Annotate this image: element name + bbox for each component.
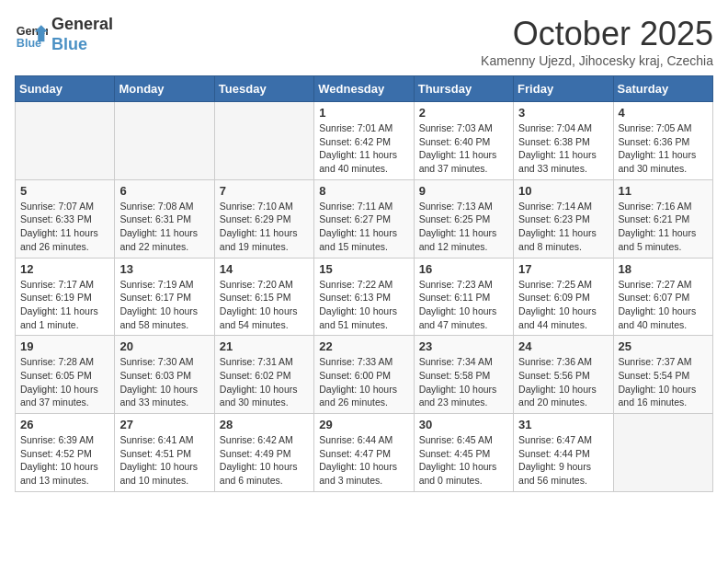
day-number: 16 — [419, 262, 508, 276]
weekday-header-row: SundayMondayTuesdayWednesdayThursdayFrid… — [16, 76, 713, 102]
calendar-cell: 28Sunrise: 6:42 AM Sunset: 4:49 PM Dayli… — [214, 414, 313, 492]
weekday-header-wednesday: Wednesday — [314, 76, 414, 102]
day-info: Sunrise: 7:25 AM Sunset: 6:09 PM Dayligh… — [518, 278, 608, 332]
calendar-cell: 15Sunrise: 7:22 AM Sunset: 6:13 PM Dayli… — [314, 258, 414, 336]
day-number: 27 — [119, 418, 209, 431]
day-info: Sunrise: 7:34 AM Sunset: 5:58 PM Dayligh… — [419, 355, 508, 409]
day-number: 5 — [20, 184, 109, 198]
day-info: Sunrise: 6:39 AM Sunset: 4:52 PM Dayligh… — [20, 433, 109, 488]
day-info: Sunrise: 7:11 AM Sunset: 6:27 PM Dayligh… — [319, 200, 408, 254]
calendar-cell: 19Sunrise: 7:28 AM Sunset: 6:05 PM Dayli… — [16, 336, 115, 414]
calendar-cell: 11Sunrise: 7:16 AM Sunset: 6:21 PM Dayli… — [613, 179, 712, 258]
calendar-cell: 31Sunrise: 6:47 AM Sunset: 4:44 PM Dayli… — [514, 414, 613, 492]
calendar-cell: 2Sunrise: 7:03 AM Sunset: 6:40 PM Daylig… — [414, 102, 513, 180]
calendar-cell — [16, 102, 115, 180]
day-number: 28 — [220, 418, 309, 431]
day-number: 29 — [319, 418, 408, 431]
day-number: 10 — [518, 184, 608, 198]
calendar-week-row: 12Sunrise: 7:17 AM Sunset: 6:19 PM Dayli… — [16, 258, 713, 336]
day-number: 17 — [518, 262, 608, 276]
day-info: Sunrise: 7:20 AM Sunset: 6:15 PM Dayligh… — [220, 278, 309, 332]
day-info: Sunrise: 7:03 AM Sunset: 6:40 PM Dayligh… — [419, 121, 508, 176]
calendar-cell: 10Sunrise: 7:14 AM Sunset: 6:23 PM Dayli… — [514, 179, 613, 258]
day-info: Sunrise: 7:04 AM Sunset: 6:38 PM Dayligh… — [518, 121, 608, 176]
calendar-cell: 23Sunrise: 7:34 AM Sunset: 5:58 PM Dayli… — [414, 336, 513, 414]
day-number: 21 — [220, 339, 309, 353]
calendar-week-row: 5Sunrise: 7:07 AM Sunset: 6:33 PM Daylig… — [16, 179, 713, 258]
calendar-cell: 7Sunrise: 7:10 AM Sunset: 6:29 PM Daylig… — [214, 179, 313, 258]
calendar-cell: 6Sunrise: 7:08 AM Sunset: 6:31 PM Daylig… — [115, 179, 214, 258]
weekday-header-tuesday: Tuesday — [214, 76, 313, 102]
calendar-cell: 25Sunrise: 7:37 AM Sunset: 5:54 PM Dayli… — [613, 336, 712, 414]
day-info: Sunrise: 7:05 AM Sunset: 6:36 PM Dayligh… — [619, 121, 708, 176]
day-number: 30 — [419, 418, 508, 431]
calendar-cell: 20Sunrise: 7:30 AM Sunset: 6:03 PM Dayli… — [115, 336, 214, 414]
calendar-cell: 30Sunrise: 6:45 AM Sunset: 4:45 PM Dayli… — [414, 414, 513, 492]
calendar-cell: 17Sunrise: 7:25 AM Sunset: 6:09 PM Dayli… — [514, 258, 613, 336]
calendar-cell: 4Sunrise: 7:05 AM Sunset: 6:36 PM Daylig… — [613, 102, 712, 180]
day-info: Sunrise: 7:28 AM Sunset: 6:05 PM Dayligh… — [20, 355, 109, 409]
day-number: 4 — [619, 106, 708, 120]
calendar-cell: 24Sunrise: 7:36 AM Sunset: 5:56 PM Dayli… — [514, 336, 613, 414]
calendar-cell: 5Sunrise: 7:07 AM Sunset: 6:33 PM Daylig… — [16, 179, 115, 258]
day-number: 15 — [319, 262, 408, 276]
day-number: 2 — [419, 106, 508, 120]
day-number: 24 — [518, 339, 608, 353]
day-info: Sunrise: 7:22 AM Sunset: 6:13 PM Dayligh… — [319, 278, 408, 332]
calendar-cell — [613, 414, 712, 492]
day-info: Sunrise: 7:16 AM Sunset: 6:21 PM Dayligh… — [619, 200, 708, 254]
calendar-cell: 13Sunrise: 7:19 AM Sunset: 6:17 PM Dayli… — [115, 258, 214, 336]
day-info: Sunrise: 7:23 AM Sunset: 6:11 PM Dayligh… — [419, 278, 508, 332]
calendar-cell: 9Sunrise: 7:13 AM Sunset: 6:25 PM Daylig… — [414, 179, 513, 258]
day-info: Sunrise: 7:33 AM Sunset: 6:00 PM Dayligh… — [319, 355, 408, 409]
day-info: Sunrise: 7:36 AM Sunset: 5:56 PM Dayligh… — [518, 355, 608, 409]
day-number: 26 — [20, 418, 109, 431]
day-number: 19 — [20, 339, 109, 353]
logo-text: General Blue — [51, 15, 113, 54]
day-number: 8 — [319, 184, 408, 198]
logo-icon: General Blue — [15, 18, 48, 52]
weekday-header-thursday: Thursday — [414, 76, 513, 102]
day-number: 25 — [619, 339, 708, 353]
day-info: Sunrise: 7:17 AM Sunset: 6:19 PM Dayligh… — [20, 278, 109, 332]
calendar-cell: 18Sunrise: 7:27 AM Sunset: 6:07 PM Dayli… — [613, 258, 712, 336]
day-number: 22 — [319, 339, 408, 353]
day-info: Sunrise: 7:10 AM Sunset: 6:29 PM Dayligh… — [220, 200, 309, 254]
calendar-cell: 21Sunrise: 7:31 AM Sunset: 6:02 PM Dayli… — [214, 336, 313, 414]
day-info: Sunrise: 6:45 AM Sunset: 4:45 PM Dayligh… — [419, 433, 508, 488]
day-info: Sunrise: 6:47 AM Sunset: 4:44 PM Dayligh… — [518, 433, 608, 488]
calendar-cell: 29Sunrise: 6:44 AM Sunset: 4:47 PM Dayli… — [314, 414, 414, 492]
page-header: General Blue General Blue October 2025 K… — [15, 15, 713, 68]
day-number: 18 — [619, 262, 708, 276]
calendar-cell: 14Sunrise: 7:20 AM Sunset: 6:15 PM Dayli… — [214, 258, 313, 336]
svg-text:Blue: Blue — [17, 36, 41, 49]
calendar-cell: 8Sunrise: 7:11 AM Sunset: 6:27 PM Daylig… — [314, 179, 414, 258]
day-info: Sunrise: 7:07 AM Sunset: 6:33 PM Dayligh… — [20, 200, 109, 254]
calendar-cell: 27Sunrise: 6:41 AM Sunset: 4:51 PM Dayli… — [115, 414, 214, 492]
day-number: 13 — [119, 262, 209, 276]
day-number: 7 — [220, 184, 309, 198]
day-number: 3 — [518, 106, 608, 120]
calendar-table: SundayMondayTuesdayWednesdayThursdayFrid… — [15, 75, 713, 492]
calendar-week-row: 1Sunrise: 7:01 AM Sunset: 6:42 PM Daylig… — [16, 102, 713, 180]
day-number: 14 — [220, 262, 309, 276]
calendar-week-row: 19Sunrise: 7:28 AM Sunset: 6:05 PM Dayli… — [16, 336, 713, 414]
calendar-cell: 26Sunrise: 6:39 AM Sunset: 4:52 PM Dayli… — [16, 414, 115, 492]
day-info: Sunrise: 7:08 AM Sunset: 6:31 PM Dayligh… — [119, 200, 209, 254]
day-number: 23 — [419, 339, 508, 353]
month-title: October 2025 — [481, 15, 713, 53]
day-info: Sunrise: 6:41 AM Sunset: 4:51 PM Dayligh… — [119, 433, 209, 488]
day-info: Sunrise: 7:19 AM Sunset: 6:17 PM Dayligh… — [119, 278, 209, 332]
day-info: Sunrise: 7:31 AM Sunset: 6:02 PM Dayligh… — [220, 355, 309, 409]
location-subtitle: Kamenny Ujezd, Jihocesky kraj, Czechia — [481, 53, 713, 68]
logo: General Blue General Blue — [15, 15, 113, 54]
weekday-header-sunday: Sunday — [16, 76, 115, 102]
day-number: 12 — [20, 262, 109, 276]
weekday-header-saturday: Saturday — [613, 76, 712, 102]
calendar-week-row: 26Sunrise: 6:39 AM Sunset: 4:52 PM Dayli… — [16, 414, 713, 492]
day-info: Sunrise: 7:30 AM Sunset: 6:03 PM Dayligh… — [119, 355, 209, 409]
day-info: Sunrise: 6:44 AM Sunset: 4:47 PM Dayligh… — [319, 433, 408, 488]
title-block: October 2025 Kamenny Ujezd, Jihocesky kr… — [481, 15, 713, 68]
day-number: 9 — [419, 184, 508, 198]
day-number: 11 — [619, 184, 708, 198]
